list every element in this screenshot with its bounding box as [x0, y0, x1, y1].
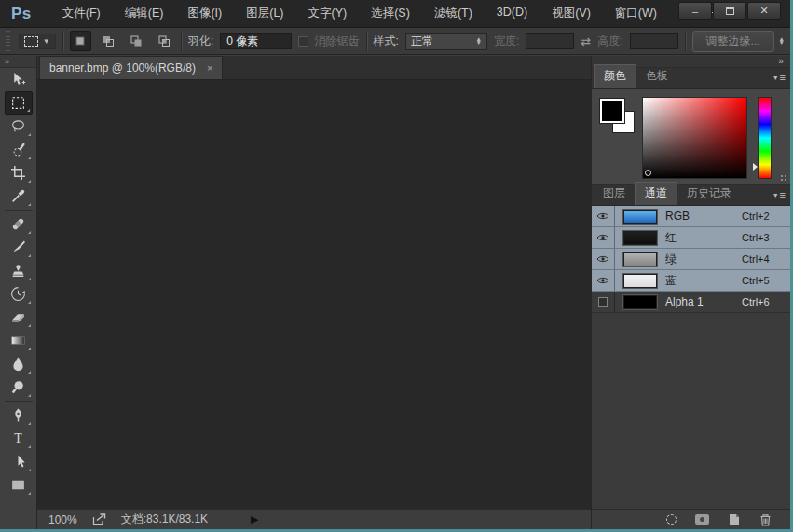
tab-channels[interactable]: 通道 [635, 182, 677, 205]
move-tool[interactable] [5, 68, 33, 91]
menu-layer[interactable]: 图层(L) [234, 0, 295, 27]
status-flyout-icon[interactable]: ▶ [251, 513, 258, 525]
quick-selection-tool[interactable] [5, 138, 33, 161]
swap-width-height-icon[interactable]: ⇄ [581, 34, 591, 48]
flyout-triangle-icon [28, 348, 31, 350]
menu-filter[interactable]: 滤镜(T) [422, 0, 485, 27]
width-label: 宽度: [494, 34, 519, 49]
menu-edit[interactable]: 编辑(E) [113, 0, 176, 27]
subtract-from-selection-button[interactable] [125, 31, 146, 51]
visibility-toggle[interactable] [592, 270, 615, 291]
path-selection-tool[interactable] [5, 450, 33, 473]
new-selection-icon [73, 34, 88, 48]
menu-image[interactable]: 图像(I) [175, 0, 234, 27]
width-input[interactable] [526, 33, 574, 49]
menu-type[interactable]: 文字(Y) [296, 0, 360, 27]
lasso-tool[interactable] [5, 115, 33, 138]
tab-color[interactable]: 颜色 [594, 64, 636, 88]
refine-edge-button[interactable]: 调整边缘... [692, 31, 774, 52]
blur-tool[interactable] [5, 352, 33, 375]
channel-thumbnail [623, 210, 657, 224]
options-bar-grip[interactable] [6, 31, 10, 51]
pen-tool[interactable] [5, 403, 33, 427]
menu-3d[interactable]: 3D(D) [485, 0, 540, 27]
channel-row-alpha1[interactable]: Alpha 1 Ctrl+6 [592, 292, 790, 313]
tool-preset-picker[interactable]: ▼ [19, 34, 56, 49]
status-bar: 100% 文档:83.1K/83.1K ▶ [37, 509, 591, 529]
saturation-brightness-picker[interactable] [642, 97, 747, 179]
menu-select[interactable]: 选择(S) [359, 0, 422, 27]
eraser-tool[interactable] [5, 306, 33, 329]
channel-row-rgb[interactable]: RGB Ctrl+2 [592, 206, 790, 227]
save-selection-as-channel-icon[interactable] [695, 514, 709, 525]
dodge-tool[interactable] [5, 375, 33, 399]
document-tab[interactable]: banner.bmp @ 100%(RGB/8) × [39, 56, 223, 79]
spot-healing-brush-tool[interactable] [5, 212, 33, 236]
gradient-icon [10, 333, 26, 348]
feather-input[interactable]: 0 像素 [220, 33, 292, 49]
hue-slider[interactable] [758, 97, 772, 179]
eyedropper-tool[interactable] [5, 184, 33, 208]
load-channel-as-selection-icon[interactable] [666, 514, 677, 525]
panel-resize-grip[interactable] [780, 174, 787, 182]
lasso-icon [10, 118, 26, 134]
title-bar: Ps 文件(F) 编辑(E) 图像(I) 图层(L) 文字(Y) 选择(S) 滤… [0, 0, 790, 28]
maximize-button[interactable] [713, 2, 746, 20]
height-input[interactable] [630, 33, 678, 49]
history-brush-tool[interactable] [5, 282, 33, 306]
document-size-info[interactable]: 文档:83.1K/83.1K [121, 512, 208, 527]
menu-file[interactable]: 文件(F) [50, 0, 113, 27]
add-to-selection-button[interactable] [98, 31, 119, 51]
subtract-from-selection-icon [129, 34, 144, 48]
stepper-arrows-icon[interactable]: ▲▼ [779, 37, 785, 46]
tools-collapse-strip[interactable]: » [0, 56, 36, 68]
intersect-selection-button[interactable] [153, 31, 174, 51]
visibility-toggle[interactable] [592, 206, 615, 226]
color-picker-marker[interactable] [645, 170, 651, 176]
new-selection-button[interactable] [70, 31, 91, 51]
antialias-checkbox[interactable] [298, 36, 308, 47]
move-icon [10, 72, 26, 88]
clone-stamp-tool[interactable] [5, 259, 33, 282]
channel-row-green[interactable]: 绿 Ctrl+4 [592, 249, 790, 270]
flyout-triangle-icon [28, 324, 31, 327]
zoom-level[interactable]: 100% [48, 513, 77, 526]
flyout-triangle-icon [28, 157, 31, 159]
visibility-toggle[interactable] [592, 292, 615, 312]
quick-selection-icon [10, 142, 26, 157]
tab-swatches[interactable]: 色板 [636, 65, 677, 88]
canvas[interactable] [37, 80, 591, 509]
tab-layers[interactable]: 图层 [594, 183, 635, 205]
close-button[interactable]: ✕ [747, 2, 781, 20]
visibility-toggle[interactable] [592, 249, 615, 269]
menu-window[interactable]: 窗口(W) [603, 0, 669, 27]
minimize-button[interactable]: – [678, 2, 712, 20]
visibility-toggle[interactable] [592, 227, 615, 248]
delete-channel-trash-icon[interactable] [759, 513, 772, 526]
rectangular-marquee-tool[interactable] [5, 91, 33, 115]
channel-name: 红 [665, 230, 742, 246]
panel-menu-icon[interactable]: ▼≡ [772, 72, 786, 83]
channel-row-blue[interactable]: 蓝 Ctrl+5 [592, 270, 790, 292]
new-channel-icon[interactable] [728, 513, 741, 525]
type-tool[interactable]: T [5, 427, 33, 450]
tab-close-icon[interactable]: × [207, 62, 212, 74]
publish-icon[interactable] [92, 513, 106, 525]
tab-history[interactable]: 历史记录 [677, 183, 741, 205]
foreground-color-swatch[interactable] [600, 99, 624, 123]
crop-tool[interactable] [5, 161, 33, 184]
gradient-tool[interactable] [5, 329, 33, 352]
eye-icon [596, 211, 609, 221]
panel-menu-icon[interactable]: ▼≡ [772, 189, 786, 200]
flyout-triangle-icon [28, 492, 31, 495]
separator [62, 31, 63, 51]
style-dropdown[interactable]: 正常 ▲▼ [405, 33, 487, 50]
hue-slider-marker[interactable] [753, 163, 758, 171]
menu-view[interactable]: 视图(V) [540, 0, 603, 27]
channel-row-red[interactable]: 红 Ctrl+3 [592, 227, 790, 249]
flyout-triangle-icon [27, 109, 30, 112]
rectangle-tool[interactable] [5, 473, 33, 497]
healing-brush-icon [10, 216, 26, 232]
flyout-triangle-icon [28, 133, 31, 136]
brush-tool[interactable] [5, 236, 33, 259]
